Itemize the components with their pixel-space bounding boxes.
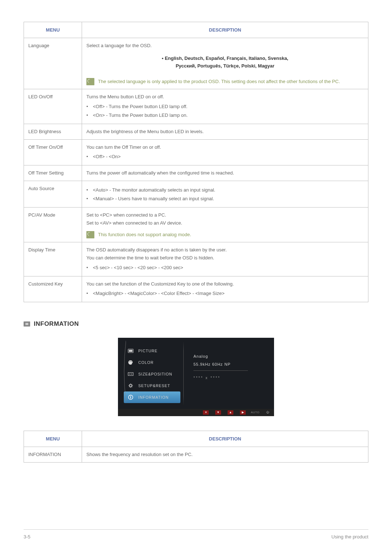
note-icon bbox=[86, 78, 94, 85]
list-item: <Off> - Turns the Power button LED lamp … bbox=[93, 103, 364, 111]
svg-point-3 bbox=[130, 361, 131, 361]
bullet-list: <Off> - Turns the Power button LED lamp … bbox=[86, 103, 364, 119]
osd-item-information: INFORMATION bbox=[124, 391, 180, 403]
list-item: <5 sec> - <10 sec> - <20 sec> - <200 sec… bbox=[93, 264, 364, 272]
resolution-text: **** x **** bbox=[193, 374, 267, 382]
close-button-icon: ✕ bbox=[203, 410, 209, 415]
osd-curve-line bbox=[122, 341, 126, 402]
palette-icon bbox=[127, 360, 134, 365]
info-icon bbox=[127, 395, 134, 400]
note-icon bbox=[86, 231, 94, 238]
osd-sidebar: PICTURE COLOR SIZE&POSITION SETUP&RESET … bbox=[118, 338, 183, 409]
list-item: <Manual> - Users have to manually select… bbox=[93, 195, 364, 203]
table-row: INFORMATION Shows the frequency and reso… bbox=[24, 447, 368, 462]
auto-button: AUTO bbox=[252, 410, 258, 415]
menu-table-2: MENU DESCRIPTION INFORMATION Shows the f… bbox=[24, 431, 368, 463]
signal-type: Analog bbox=[193, 352, 267, 360]
osd-item-size: SIZE&POSITION bbox=[118, 368, 183, 380]
languages-list: • English, Deutsch, Español, Français, I… bbox=[86, 50, 364, 77]
svg-rect-5 bbox=[128, 373, 133, 376]
frequency-text: 55.9kHz 60Hz NP bbox=[193, 360, 267, 368]
section-title: INFORMATION bbox=[34, 320, 79, 328]
th-menu: MENU bbox=[24, 22, 82, 38]
note-text: The selected language is only applied to… bbox=[98, 78, 340, 86]
table-row: Off Timer Setting Turns the power off au… bbox=[24, 165, 368, 181]
osd-item-setup: SETUP&RESET bbox=[118, 380, 183, 391]
svg-rect-1 bbox=[129, 350, 132, 352]
list-item: <On> - Turns the Power button LED lamp o… bbox=[93, 111, 364, 119]
table-row: LED Brightness Adjusts the brightness of… bbox=[24, 124, 368, 139]
down-button-icon: ▼ bbox=[215, 410, 221, 415]
menu-table-1: MENU DESCRIPTION Language Select a langu… bbox=[24, 22, 368, 302]
osd-item-color: COLOR bbox=[118, 357, 183, 368]
svg-point-2 bbox=[129, 361, 130, 362]
osd-footer: ✕ ▼ ▲ ▶ AUTO ⏻ bbox=[118, 409, 274, 416]
table-row: Display Time The OSD automatically disap… bbox=[24, 242, 368, 276]
table-row: Customized Key You can set the function … bbox=[24, 276, 368, 302]
list-item: <Off> - <On> bbox=[93, 153, 364, 161]
page-footer: 3-5 Using the product bbox=[24, 529, 368, 539]
monitor-icon bbox=[24, 321, 30, 327]
osd-screenshot: PICTURE COLOR SIZE&POSITION SETUP&RESET … bbox=[24, 338, 368, 416]
th-desc: DESCRIPTION bbox=[82, 431, 368, 447]
enter-button-icon: ▶ bbox=[240, 410, 246, 415]
picture-icon bbox=[127, 348, 134, 353]
table-row: PC/AV Mode Set to <PC> when connected to… bbox=[24, 208, 368, 242]
desc-cell: Select a language for the OSD. • English… bbox=[82, 38, 368, 89]
list-item: <Auto> - The monitor automatically selec… bbox=[93, 186, 364, 194]
up-button-icon: ▲ bbox=[228, 410, 233, 415]
page-number: 3-5 bbox=[24, 534, 30, 539]
section-header: INFORMATION bbox=[24, 320, 368, 328]
note: This function does not support analog mo… bbox=[86, 231, 364, 239]
gear-icon bbox=[127, 383, 134, 388]
osd-item-picture: PICTURE bbox=[118, 345, 183, 357]
chapter-title: Using the product bbox=[331, 534, 368, 539]
table-row: Off Timer On/Off You can turn the Off Ti… bbox=[24, 139, 368, 165]
table-row: Language Select a language for the OSD. … bbox=[24, 38, 368, 89]
table-row: LED On/Off Turns the Menu button LED on … bbox=[24, 89, 368, 124]
note-text: This function does not support analog mo… bbox=[98, 231, 191, 239]
th-desc: DESCRIPTION bbox=[82, 22, 368, 38]
svg-point-6 bbox=[130, 385, 132, 387]
size-icon bbox=[127, 372, 134, 377]
list-item: <MagicBright> - <MagicColor> - <Color Ef… bbox=[93, 290, 364, 297]
th-menu: MENU bbox=[24, 431, 82, 447]
osd-info-panel: Analog 55.9kHz 60Hz NP **** x **** bbox=[183, 338, 274, 409]
table-row: Auto Source <Auto> - The monitor automat… bbox=[24, 181, 368, 208]
power-icon: ⏻ bbox=[265, 410, 270, 415]
svg-point-4 bbox=[131, 361, 132, 362]
note: The selected language is only applied to… bbox=[86, 78, 364, 86]
divider bbox=[193, 370, 248, 371]
desc-text: Select a language for the OSD. bbox=[86, 42, 364, 50]
menu-cell: Language bbox=[24, 38, 82, 89]
